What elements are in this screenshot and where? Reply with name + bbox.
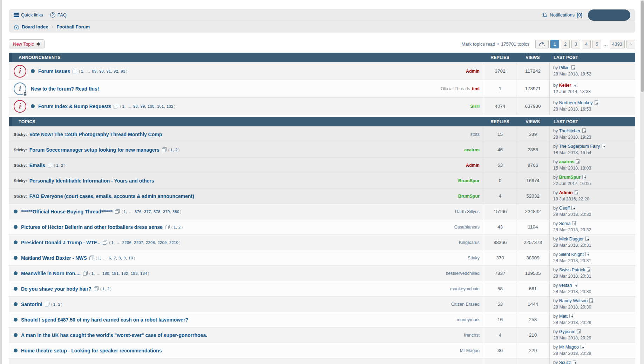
goto-last-post-icon[interactable] <box>573 83 577 88</box>
last-post-author-link[interactable]: Randy Watson <box>559 298 588 303</box>
mark-topics-read-link[interactable]: Mark topics read <box>461 41 495 47</box>
goto-last-post-icon[interactable] <box>582 175 587 180</box>
last-post-author-link[interactable]: BrumSpur <box>559 175 581 180</box>
page-number-link[interactable]: 182, <box>121 271 129 276</box>
pagination-page-4[interactable]: 4 <box>582 40 591 48</box>
page-number-link[interactable]: 2 <box>178 225 181 229</box>
last-post-author-link[interactable]: Silent Knight <box>559 252 584 257</box>
topic-title-link[interactable]: FAO Everyone (court cases, emails, accou… <box>29 193 194 199</box>
breadcrumb-forum[interactable]: Football Forum <box>56 24 90 29</box>
pagination-page-2[interactable]: 2 <box>561 40 570 48</box>
topic-title-link[interactable]: New to the forum? Read this! <box>31 86 99 92</box>
goto-last-post-icon[interactable] <box>573 360 577 364</box>
page-number-link[interactable]: 1, <box>56 163 60 167</box>
topic-title-link[interactable]: Maitland Ward Baxter - NWS <box>21 255 87 261</box>
author-link[interactable]: Stinky <box>468 256 480 260</box>
goto-last-post-icon[interactable] <box>571 206 576 211</box>
page-number-link[interactable]: 93 <box>121 69 126 73</box>
author-link[interactable]: Darth Sillyus <box>455 209 480 214</box>
last-post-author-link[interactable]: Scuzz <box>559 360 571 364</box>
last-post-author-link[interactable]: TheHitcher <box>559 128 580 133</box>
page-number-link[interactable]: 99, <box>140 104 146 108</box>
topic-title-link[interactable]: Santorini <box>21 302 42 307</box>
topic-title-link[interactable]: President Donald J Trump - WTF... <box>21 240 100 245</box>
page-number-link[interactable]: 2 <box>107 287 110 291</box>
last-post-author-link[interactable]: vestan <box>559 283 572 288</box>
page-number-link[interactable]: 9, <box>123 256 127 260</box>
topic-title-link[interactable]: Pictures of Héctor Bellerín and other fo… <box>21 224 163 230</box>
author-link[interactable]: Admin <box>466 163 480 168</box>
page-number-link[interactable]: 1, <box>174 225 177 229</box>
page-number-link[interactable]: 7, <box>114 256 117 260</box>
topic-title-link[interactable]: Forum Issues <box>38 68 70 74</box>
topic-title-link[interactable]: Meanwhile in Norn Iron.... <box>21 271 81 276</box>
redacted-username[interactable] <box>588 9 630 21</box>
topic-title-link[interactable]: Should I spend £487.50 of my hard earned… <box>21 317 188 323</box>
goto-last-post-icon[interactable] <box>585 237 590 242</box>
page-number-link[interactable]: 1, <box>111 240 115 245</box>
goto-last-post-icon[interactable] <box>582 129 587 134</box>
last-post-author-link[interactable]: Gypsum <box>559 329 576 334</box>
goto-last-post-icon[interactable] <box>572 221 576 226</box>
author-link[interactable]: moneymark <box>457 317 480 322</box>
faq-link[interactable]: FAQ <box>50 12 67 18</box>
page-number-link[interactable]: 2208, <box>146 240 156 245</box>
goto-last-post-icon[interactable] <box>576 160 580 165</box>
page-number-link[interactable]: 89, <box>92 69 98 73</box>
page-number-link[interactable]: 1, <box>81 69 84 73</box>
author-link[interactable]: Admin <box>466 69 480 74</box>
page-number-link[interactable]: 184 <box>140 271 147 276</box>
topic-title-link[interactable]: A man in the UK has caught the world's "… <box>21 332 207 338</box>
scrollbar-thumb[interactable] <box>641 1 644 92</box>
topic-title-link[interactable]: Home theatre setup - Looking for speaker… <box>21 348 162 353</box>
author-link[interactable]: stots <box>470 132 480 137</box>
page-number-link[interactable]: 379, <box>163 210 171 214</box>
topic-title-link[interactable]: Vote Now! The 124th Photography Thread M… <box>29 132 162 137</box>
goto-last-post-icon[interactable] <box>587 268 591 273</box>
page-number-link[interactable]: 1, <box>98 256 101 260</box>
author-link[interactable]: Casablancas <box>454 225 480 230</box>
page-number-link[interactable]: 6, <box>109 256 112 260</box>
goto-last-post-icon[interactable] <box>602 144 606 149</box>
page-number-link[interactable]: 102 <box>167 104 174 108</box>
goto-last-post-icon[interactable] <box>571 66 576 71</box>
breadcrumb-board-index[interactable]: Board index <box>14 24 48 30</box>
last-post-author-link[interactable]: Matt <box>559 314 568 319</box>
page-number-link[interactable]: 1, <box>170 148 174 152</box>
page-number-link[interactable]: 2 <box>58 302 61 306</box>
page-number-link[interactable]: 8, <box>118 256 122 260</box>
last-post-author-link[interactable]: acairns <box>559 159 575 164</box>
pagination-page-4393[interactable]: 4393 <box>610 40 625 48</box>
author-link[interactable]: Mr Magoo <box>460 348 480 353</box>
author-link[interactable]: frenchst <box>464 333 480 338</box>
page-number-link[interactable]: 181, <box>112 271 120 276</box>
page-number-link[interactable]: 92, <box>114 69 120 73</box>
page-number-link[interactable]: 2207, <box>134 240 144 245</box>
new-topic-button[interactable]: New Topic ✱ <box>9 39 45 48</box>
page-number-link[interactable]: 1, <box>102 287 106 291</box>
page-number-link[interactable]: 378, <box>154 210 162 214</box>
goto-last-post-icon[interactable] <box>595 101 599 106</box>
last-post-author-link[interactable]: Geoff <box>559 206 570 211</box>
page-number-link[interactable]: 183, <box>131 271 139 276</box>
page-number-link[interactable]: 2206, <box>122 240 133 245</box>
page-number-link[interactable]: 1, <box>123 210 127 214</box>
page-number-link[interactable]: 1, <box>122 104 126 108</box>
page-number-link[interactable]: 1, <box>91 271 95 276</box>
page-number-link[interactable]: 377, <box>144 210 152 214</box>
last-post-author-link[interactable]: Keller <box>559 83 571 88</box>
author-link[interactable]: BrumSpur <box>458 178 480 183</box>
goto-last-post-icon[interactable] <box>569 314 574 319</box>
page-number-link[interactable]: 10 <box>128 256 133 260</box>
pagination-page-3[interactable]: 3 <box>571 40 580 48</box>
page-number-link[interactable]: 2209, <box>157 240 168 245</box>
topic-title-link[interactable]: Forum Soccermanager setup looking for ne… <box>29 147 160 153</box>
author-link[interactable]: Citizen Erased <box>451 302 480 307</box>
author-link[interactable]: acairns <box>464 147 480 152</box>
goto-last-post-icon[interactable] <box>581 345 585 350</box>
page-number-link[interactable]: 380 <box>172 210 179 214</box>
jump-to-page-button[interactable] <box>535 40 549 48</box>
last-post-author-link[interactable]: Soma <box>559 221 571 226</box>
page-number-link[interactable]: 376, <box>135 210 143 214</box>
page-number-link[interactable]: 91, <box>107 69 113 73</box>
